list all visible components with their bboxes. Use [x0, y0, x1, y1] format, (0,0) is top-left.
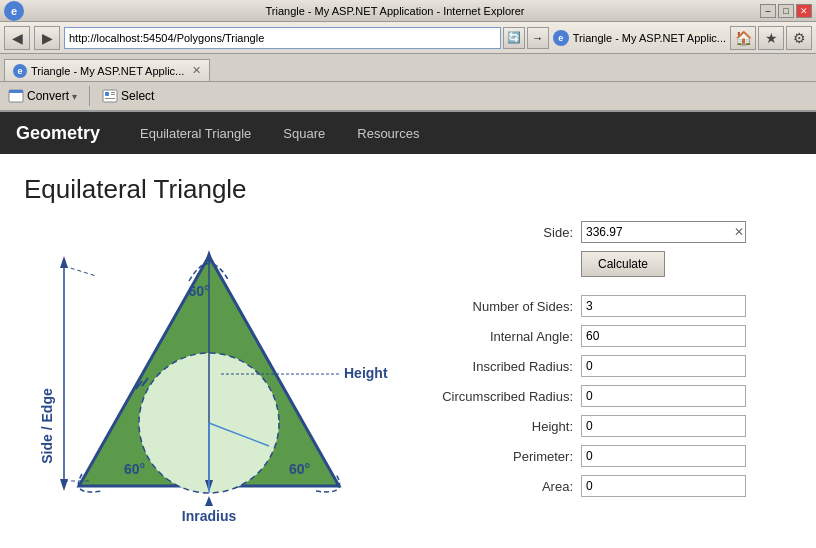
address-bar-container: 🔄 → [64, 27, 549, 49]
tab-bar: e Triangle - My ASP.NET Applic... ✕ [0, 54, 816, 82]
side-label: Side: [428, 225, 573, 240]
angle-top: 60° [188, 283, 209, 299]
page-title: Equilateral Triangle [24, 174, 792, 205]
settings-button[interactable]: ⚙ [786, 26, 812, 50]
field-row-6: Area: [428, 475, 792, 497]
main-content: Equilateral Triangle [0, 154, 816, 548]
svg-rect-6 [105, 98, 115, 99]
command-bar: Convert ▾ Select [0, 82, 816, 112]
nav-brand: Geometry [16, 123, 100, 144]
field-label-2: Inscribed Radius: [428, 359, 573, 374]
svg-rect-3 [105, 92, 109, 96]
right-buttons: 🏠 ★ ⚙ [730, 26, 812, 50]
nav-square[interactable]: Square [267, 112, 341, 154]
browser-logo: e [4, 1, 24, 21]
field-row-3: Circumscribed Radius: [428, 385, 792, 407]
go-button[interactable]: → [527, 27, 549, 49]
fields-container: Number of Sides: Internal Angle: Inscrib… [428, 295, 792, 497]
angle-bottom-left: 60° [124, 461, 145, 477]
svg-marker-10 [205, 250, 213, 262]
refresh-button[interactable]: 🔄 [503, 27, 525, 49]
side-clear-button[interactable]: ✕ [734, 225, 744, 239]
calculate-row: Calculate [428, 251, 792, 285]
form-area: Side: ✕ Calculate Number of Sides: Inter… [428, 221, 792, 505]
diagram-area: 60° 60° 60° Side / Edge Height Inradius [24, 221, 404, 544]
minimize-btn[interactable]: – [760, 4, 776, 18]
field-input-1[interactable] [581, 325, 746, 347]
field-input-5[interactable] [581, 445, 746, 467]
triangle-diagram: 60° 60° 60° Side / Edge Height Inradius [24, 221, 394, 541]
window-title: Triangle - My ASP.NET Application - Inte… [30, 5, 760, 17]
favorites-button[interactable]: ★ [758, 26, 784, 50]
maximize-btn[interactable]: □ [778, 4, 794, 18]
convert-label: Convert [27, 89, 69, 103]
browser-tab[interactable]: e Triangle - My ASP.NET Applic... ✕ [4, 59, 210, 81]
field-label-6: Area: [428, 479, 573, 494]
field-input-4[interactable] [581, 415, 746, 437]
nav-equilateral-triangle[interactable]: Equilateral Triangle [124, 112, 267, 154]
tab-icon: e [13, 64, 27, 78]
svg-rect-1 [9, 90, 23, 93]
svg-rect-5 [111, 94, 115, 95]
select-icon [102, 88, 118, 104]
side-input-wrapper: ✕ [581, 221, 746, 243]
browser-toolbar: ◀ ▶ 🔄 → e Triangle - My ASP.NET Applic..… [0, 22, 816, 54]
nav-resources[interactable]: Resources [341, 112, 435, 154]
side-field-row: Side: ✕ [428, 221, 792, 243]
title-buttons: – □ ✕ [760, 4, 812, 18]
tab-title: Triangle - My ASP.NET Applic... [573, 32, 726, 44]
field-row-5: Perimeter: [428, 445, 792, 467]
svg-rect-4 [111, 92, 115, 93]
field-input-2[interactable] [581, 355, 746, 377]
field-row-4: Height: [428, 415, 792, 437]
secondary-tab: e Triangle - My ASP.NET Applic... [553, 30, 726, 46]
address-bar[interactable] [64, 27, 501, 49]
convert-icon [8, 88, 24, 104]
select-cmd[interactable]: Select [98, 86, 158, 106]
side-edge-label: Side / Edge [39, 388, 55, 464]
field-label-4: Height: [428, 419, 573, 434]
field-row-0: Number of Sides: [428, 295, 792, 317]
field-row-1: Internal Angle: [428, 325, 792, 347]
field-label-3: Circumscribed Radius: [428, 389, 573, 404]
svg-marker-22 [205, 496, 213, 506]
svg-rect-2 [103, 90, 117, 102]
field-label-1: Internal Angle: [428, 329, 573, 344]
content-layout: 60° 60° 60° Side / Edge Height Inradius … [24, 221, 792, 544]
forward-button[interactable]: ▶ [34, 26, 60, 50]
convert-dropdown-icon[interactable]: ▾ [72, 91, 77, 102]
field-input-0[interactable] [581, 295, 746, 317]
calculate-button[interactable]: Calculate [581, 251, 665, 277]
height-label: Height [344, 365, 388, 381]
svg-line-15 [64, 266, 96, 276]
titlebar: e Triangle - My ASP.NET Application - In… [0, 0, 816, 22]
convert-cmd[interactable]: Convert ▾ [4, 86, 81, 106]
back-button[interactable]: ◀ [4, 26, 30, 50]
field-label-5: Perimeter: [428, 449, 573, 464]
tab-label: Triangle - My ASP.NET Applic... [31, 65, 184, 77]
tab-close-icon[interactable]: ✕ [192, 64, 201, 77]
field-label-0: Number of Sides: [428, 299, 573, 314]
cmd-separator [89, 86, 90, 106]
field-row-2: Inscribed Radius: [428, 355, 792, 377]
angle-bottom-right: 60° [289, 461, 310, 477]
inradius-label: Inradius [182, 508, 237, 524]
select-label: Select [121, 89, 154, 103]
home-button[interactable]: 🏠 [730, 26, 756, 50]
tab-favicon: e [553, 30, 569, 46]
close-btn[interactable]: ✕ [796, 4, 812, 18]
field-input-3[interactable] [581, 385, 746, 407]
field-input-6[interactable] [581, 475, 746, 497]
side-input[interactable] [581, 221, 746, 243]
site-nav: Geometry Equilateral Triangle Square Res… [0, 112, 816, 154]
